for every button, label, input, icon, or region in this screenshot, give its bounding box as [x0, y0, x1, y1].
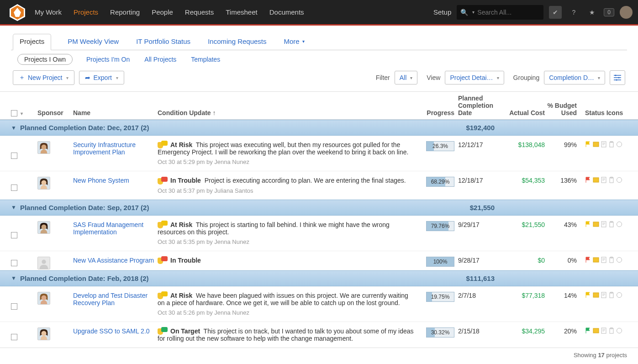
flag-icon[interactable] — [585, 141, 591, 148]
circle-icon[interactable] — [616, 221, 622, 227]
doc-icon[interactable] — [601, 221, 607, 227]
collapse-icon[interactable]: ▼ — [11, 275, 16, 281]
collapse-icon[interactable]: ▼ — [11, 125, 16, 131]
subtab-templates[interactable]: Templates — [190, 54, 221, 65]
notifications-badge[interactable]: 0 — [604, 8, 614, 16]
col-date[interactable]: Planned Completion Date — [458, 95, 504, 116]
doc-icon[interactable] — [601, 141, 607, 148]
note-icon[interactable] — [593, 292, 599, 298]
doc-icon[interactable] — [601, 257, 607, 263]
sponsor-avatar[interactable] — [37, 177, 50, 190]
project-name-link[interactable]: SAS Fraud Management Implementation — [73, 221, 143, 236]
row-checkbox[interactable] — [11, 260, 17, 266]
subtab-projects-i-m-on[interactable]: Projects I'm On — [85, 54, 131, 65]
col-condition[interactable]: Condition Update ↑ — [158, 109, 422, 116]
group-header[interactable]: ▼Planned Completion Date: Feb, 2018 (2)$… — [0, 270, 638, 286]
row-checkbox[interactable] — [11, 153, 17, 159]
circle-icon[interactable] — [616, 177, 622, 183]
sponsor-avatar[interactable] — [37, 257, 50, 269]
topnav-my-work[interactable]: My Work — [35, 8, 62, 16]
clipboard-icon[interactable] — [608, 141, 615, 148]
col-name[interactable]: Name — [73, 109, 158, 116]
col-cost[interactable]: Actual Cost — [504, 109, 545, 116]
sponsor-avatar[interactable] — [37, 141, 50, 154]
circle-icon[interactable] — [616, 292, 622, 298]
grouping-dropdown[interactable]: Completion D…▾ — [544, 71, 605, 84]
note-icon[interactable] — [593, 141, 599, 148]
project-name-link[interactable]: Upgrade SSO to SAML 2.0 — [73, 327, 150, 335]
tab-incoming-requests[interactable]: Incoming Requests — [207, 34, 267, 50]
favorites-icon[interactable]: ★ — [585, 6, 598, 19]
group-header[interactable]: ▼Planned Completion Date: Sep, 2017 (2)$… — [0, 200, 638, 216]
app-logo[interactable] — [8, 3, 26, 21]
search-box[interactable]: 🔍▾ — [457, 5, 543, 20]
progress-cell[interactable]: 68.29% — [426, 177, 454, 187]
topnav-documents[interactable]: Documents — [269, 8, 304, 16]
sponsor-avatar[interactable] — [37, 292, 50, 305]
approvals-icon[interactable]: ✔ — [549, 6, 562, 19]
flag-icon[interactable] — [585, 257, 591, 263]
export-button[interactable]: ➦Export▾ — [79, 71, 124, 84]
collapse-icon[interactable]: ▼ — [11, 204, 16, 211]
sponsor-avatar[interactable] — [37, 221, 50, 234]
flag-icon[interactable] — [585, 292, 591, 298]
circle-icon[interactable] — [616, 257, 622, 263]
clipboard-icon[interactable] — [608, 292, 615, 298]
clipboard-icon[interactable] — [608, 257, 615, 263]
tab-it-portfolio-status[interactable]: IT Portfolio Status — [135, 34, 191, 50]
row-checkbox[interactable] — [11, 232, 17, 238]
view-dropdown[interactable]: Project Detai…▾ — [445, 71, 504, 84]
doc-icon[interactable] — [601, 292, 607, 298]
doc-icon[interactable] — [601, 327, 607, 334]
project-name-link[interactable]: New VA Assistance Program — [73, 257, 154, 264]
progress-cell[interactable]: 100% — [426, 257, 454, 267]
progress-cell[interactable]: 19.75% — [426, 292, 454, 302]
help-icon[interactable]: ? — [567, 6, 580, 19]
topnav-timesheet[interactable]: Timesheet — [226, 8, 257, 16]
col-icons[interactable]: Status Icons — [577, 109, 627, 116]
flag-icon[interactable] — [585, 221, 591, 227]
project-name-link[interactable]: New Phone System — [73, 177, 129, 184]
tab-pm-weekly-view[interactable]: PM Weekly View — [67, 34, 120, 50]
subtab-all-projects[interactable]: All Projects — [143, 54, 177, 65]
filter-dropdown[interactable]: All▾ — [395, 71, 418, 84]
topnav-requests[interactable]: Requests — [185, 8, 214, 16]
subtab-projects-i-own[interactable]: Projects I Own — [17, 54, 73, 65]
note-icon[interactable] — [593, 221, 599, 227]
project-name-link[interactable]: Develop and Test Disaster Recovery Plan — [73, 292, 148, 306]
col-budget[interactable]: % Budget Used — [545, 102, 577, 116]
note-icon[interactable] — [593, 257, 599, 263]
clipboard-icon[interactable] — [608, 177, 615, 183]
col-sponsor[interactable]: Sponsor — [37, 109, 73, 116]
topnav-projects[interactable]: Projects — [74, 8, 98, 16]
tab-more[interactable]: More▾ — [283, 34, 306, 50]
clipboard-icon[interactable] — [608, 327, 615, 334]
note-icon[interactable] — [593, 327, 599, 334]
topnav-people[interactable]: People — [152, 8, 173, 16]
search-input[interactable] — [477, 9, 557, 16]
flag-icon[interactable] — [585, 177, 591, 183]
group-header[interactable]: ▼Planned Completion Date: Dec, 2017 (2)$… — [0, 120, 638, 136]
flag-icon[interactable] — [585, 327, 591, 334]
tab-projects[interactable]: Projects — [13, 34, 51, 50]
col-progress[interactable]: Progress — [422, 109, 458, 116]
clipboard-icon[interactable] — [608, 221, 615, 227]
user-avatar[interactable] — [620, 6, 633, 19]
project-name-link[interactable]: Security Infrastructure Improvement Plan — [73, 141, 136, 156]
progress-cell[interactable]: 30.32% — [426, 327, 454, 338]
row-checkbox[interactable] — [11, 185, 17, 191]
circle-icon[interactable] — [616, 327, 622, 334]
chevron-down-icon[interactable]: ▾ — [21, 111, 23, 116]
doc-icon[interactable] — [601, 177, 607, 183]
setup-link[interactable]: Setup — [433, 8, 451, 16]
new-project-button[interactable]: ＋New Project▾ — [13, 70, 74, 85]
circle-icon[interactable] — [616, 141, 622, 148]
settings-icon-button[interactable] — [610, 70, 625, 85]
row-checkbox[interactable] — [11, 334, 17, 340]
progress-cell[interactable]: 26.3% — [426, 141, 454, 151]
note-icon[interactable] — [593, 177, 599, 183]
progress-cell[interactable]: 79.76% — [426, 221, 454, 231]
topnav-reporting[interactable]: Reporting — [110, 8, 140, 16]
row-checkbox[interactable] — [11, 303, 17, 310]
select-all-checkbox[interactable] — [11, 110, 17, 116]
